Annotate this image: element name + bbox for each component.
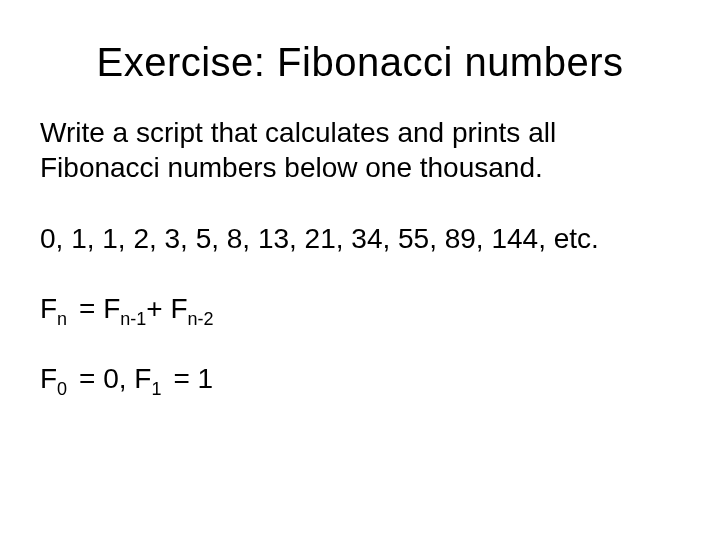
base-F1: F (134, 363, 151, 394)
formula-sub-n2: n-2 (188, 309, 214, 329)
formula-F2: F (103, 293, 120, 324)
base-sub-0: 0 (57, 379, 67, 399)
formula-eq: = (71, 293, 103, 324)
base-cases: F0 = 0, F1 = 1 (40, 363, 680, 395)
base-val-1: = 1 (166, 363, 213, 394)
formula-F: F (40, 293, 57, 324)
formula-sub-n: n (57, 309, 67, 329)
formula-sub-n1: n-1 (120, 309, 146, 329)
exercise-description: Write a script that calculates and print… (40, 115, 680, 185)
base-sub-1: 1 (151, 379, 161, 399)
base-val-0: = 0, (71, 363, 134, 394)
recurrence-formula: Fn = Fn-1+ Fn-2 (40, 293, 680, 325)
fibonacci-sequence: 0, 1, 1, 2, 3, 5, 8, 13, 21, 34, 55, 89,… (40, 223, 680, 255)
slide-title: Exercise: Fibonacci numbers (40, 40, 680, 85)
formula-plus: + (146, 293, 170, 324)
slide: Exercise: Fibonacci numbers Write a scri… (0, 0, 720, 540)
formula-F3: F (171, 293, 188, 324)
base-F0: F (40, 363, 57, 394)
